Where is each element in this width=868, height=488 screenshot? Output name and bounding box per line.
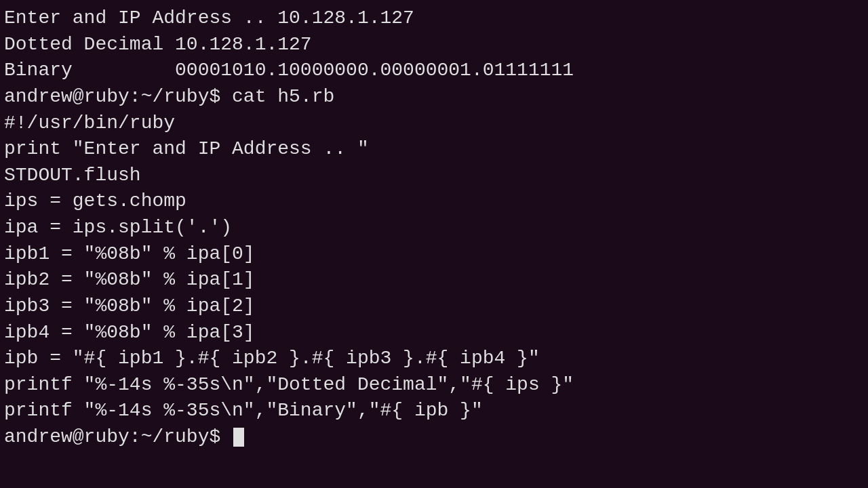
- terminal-line-2: Binary 00001010.10000000.00000001.011111…: [4, 58, 864, 84]
- terminal-line-13: ipb = "#{ ipb1 }.#{ ipb2 }.#{ ipb3 }.#{ …: [4, 346, 864, 372]
- terminal: Enter and IP Address .. 10.128.1.127Dott…: [0, 0, 868, 488]
- prompt-3: andrew@ruby:~/ruby$: [4, 86, 232, 107]
- terminal-line-7: ips = gets.chomp: [4, 188, 864, 215]
- terminal-line-9: ipb1 = "%08b" % ipa[0]: [4, 241, 864, 268]
- prompt-cursor: andrew@ruby:~/ruby$: [4, 424, 232, 451]
- terminal-line-8: ipa = ips.split('.'): [4, 215, 864, 241]
- terminal-line-12: ipb4 = "%08b" % ipa[3]: [4, 320, 864, 346]
- terminal-line-4: #!/usr/bin/ruby: [4, 110, 864, 137]
- terminal-line-1: Dotted Decimal 10.128.1.127: [4, 32, 864, 58]
- terminal-line-16: andrew@ruby:~/ruby$: [4, 424, 864, 451]
- terminal-line-0: Enter and IP Address .. 10.128.1.127: [4, 5, 864, 32]
- terminal-line-11: ipb3 = "%08b" % ipa[2]: [4, 293, 864, 320]
- command-3: cat h5.rb: [232, 86, 334, 107]
- cursor-block: [233, 428, 244, 447]
- terminal-line-10: ipb2 = "%08b" % ipa[1]: [4, 267, 864, 293]
- terminal-line-3: andrew@ruby:~/ruby$ cat h5.rb: [4, 84, 864, 110]
- terminal-line-15: printf "%-14s %-35s\n","Binary","#{ ipb …: [4, 398, 864, 424]
- terminal-line-6: STDOUT.flush: [4, 163, 864, 189]
- terminal-line-5: print "Enter and IP Address .. ": [4, 136, 864, 163]
- terminal-line-14: printf "%-14s %-35s\n","Dotted Decimal",…: [4, 372, 864, 399]
